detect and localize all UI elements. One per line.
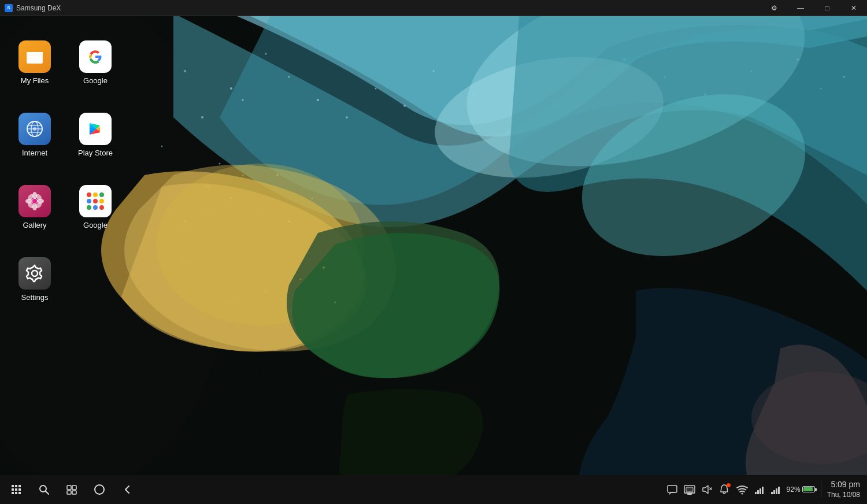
battery-indicator[interactable]: 92% xyxy=(787,486,815,494)
dex-desktop: My Files Google xyxy=(0,16,867,504)
svg-point-7 xyxy=(201,116,203,118)
svg-point-55 xyxy=(375,382,377,384)
svg-rect-101 xyxy=(771,492,773,494)
svg-point-96 xyxy=(741,492,743,494)
taskbar-right: 92% 5:09 pm Thu, 10/08 xyxy=(666,479,860,500)
title-bar-title: Samsung DeX xyxy=(16,4,61,12)
svg-point-49 xyxy=(201,347,203,350)
signal1-button[interactable] xyxy=(754,484,765,495)
svg-rect-85 xyxy=(72,486,76,490)
back-button[interactable] xyxy=(118,480,136,499)
search-button[interactable] xyxy=(35,480,53,499)
app-google-dots[interactable]: Google xyxy=(66,172,124,242)
taskbar: 92% 5:09 pm Thu, 10/08 xyxy=(0,475,867,504)
svg-point-11 xyxy=(317,99,319,101)
volume-icon xyxy=(701,484,713,495)
title-bar: S Samsung DeX ⚙ — □ ✕ xyxy=(0,0,867,16)
svg-point-13 xyxy=(346,116,348,118)
google-icon xyxy=(79,40,112,73)
svg-point-30 xyxy=(208,209,209,211)
app-gallery[interactable]: Gallery xyxy=(6,172,64,242)
svg-point-47 xyxy=(323,266,325,269)
apps-grid-button[interactable] xyxy=(7,480,25,499)
apps-grid-icon xyxy=(12,485,21,494)
svg-point-51 xyxy=(259,370,261,373)
svg-point-36 xyxy=(242,175,244,176)
svg-point-33 xyxy=(288,220,290,223)
battery-percentage: 92% xyxy=(787,486,801,494)
gallery-label: Gallery xyxy=(23,221,46,229)
clock-area[interactable]: 5:09 pm Thu, 10/08 xyxy=(827,479,860,500)
svg-point-45 xyxy=(265,290,267,292)
minimize-button[interactable]: — xyxy=(787,0,814,16)
svg-point-35 xyxy=(276,174,279,176)
notification-button[interactable] xyxy=(718,484,730,495)
svg-rect-84 xyxy=(67,486,71,490)
internet-icon xyxy=(18,113,51,145)
app-google[interactable]: Google xyxy=(66,28,124,97)
svg-point-16 xyxy=(403,105,406,107)
signal2-button[interactable] xyxy=(770,484,781,495)
svg-point-43 xyxy=(195,290,198,292)
google-label: Google xyxy=(83,76,108,85)
recent-apps-button[interactable] xyxy=(62,480,81,499)
app-icon-small: S xyxy=(5,4,13,12)
svg-point-8 xyxy=(288,76,290,78)
message-icon xyxy=(666,484,678,495)
svg-point-52 xyxy=(288,360,290,361)
svg-point-39 xyxy=(161,243,163,246)
app-internet[interactable]: Internet xyxy=(6,100,64,169)
message-button[interactable] xyxy=(666,484,678,495)
title-bar-left: S Samsung DeX xyxy=(0,4,61,12)
my-files-icon xyxy=(18,40,51,73)
title-bar-controls: ⚙ — □ ✕ xyxy=(761,0,867,16)
app-my-files[interactable]: My Files xyxy=(6,28,64,97)
svg-point-80 xyxy=(32,199,37,203)
svg-point-17 xyxy=(433,71,435,72)
svg-rect-104 xyxy=(778,487,780,494)
svg-point-48 xyxy=(335,302,336,303)
svg-point-10 xyxy=(265,53,267,55)
svg-point-42 xyxy=(138,255,140,257)
svg-rect-93 xyxy=(686,487,693,492)
svg-point-53 xyxy=(317,382,319,384)
svg-point-15 xyxy=(219,163,221,165)
app-settings[interactable]: Settings xyxy=(6,244,64,314)
svg-point-88 xyxy=(95,485,104,494)
play-store-label: Play Store xyxy=(78,149,113,157)
close-button[interactable]: ✕ xyxy=(840,0,867,16)
home-button[interactable] xyxy=(90,480,109,499)
svg-rect-87 xyxy=(72,491,76,494)
svg-rect-103 xyxy=(776,488,777,494)
svg-rect-102 xyxy=(773,490,775,494)
maximize-button[interactable]: □ xyxy=(814,0,840,16)
clock-time: 5:09 pm xyxy=(831,479,860,491)
svg-point-34 xyxy=(312,198,313,199)
google-dots-icon xyxy=(79,185,112,217)
search-icon xyxy=(38,484,50,495)
desktop-icons: My Files Google xyxy=(6,28,133,314)
cast-button[interactable] xyxy=(684,484,695,495)
svg-rect-98 xyxy=(757,490,759,494)
svg-point-50 xyxy=(231,360,232,361)
svg-rect-100 xyxy=(762,487,764,494)
app-play-store[interactable]: Play Store xyxy=(66,100,124,169)
back-icon xyxy=(121,484,133,495)
volume-button[interactable] xyxy=(701,484,713,495)
svg-point-40 xyxy=(184,261,186,263)
settings-button[interactable]: ⚙ xyxy=(761,0,787,16)
svg-rect-99 xyxy=(759,488,761,494)
notification-badge xyxy=(727,483,731,487)
svg-point-14 xyxy=(375,88,377,90)
svg-point-69 xyxy=(33,127,36,131)
wifi-button[interactable] xyxy=(736,484,749,495)
my-files-label: My Files xyxy=(21,76,49,85)
taskbar-left xyxy=(7,480,136,499)
signal1-icon xyxy=(754,484,765,495)
svg-point-18 xyxy=(473,93,475,95)
svg-point-41 xyxy=(161,278,163,280)
svg-rect-62 xyxy=(27,52,35,54)
svg-point-44 xyxy=(231,302,232,303)
svg-point-31 xyxy=(230,197,232,199)
svg-rect-97 xyxy=(755,492,757,494)
